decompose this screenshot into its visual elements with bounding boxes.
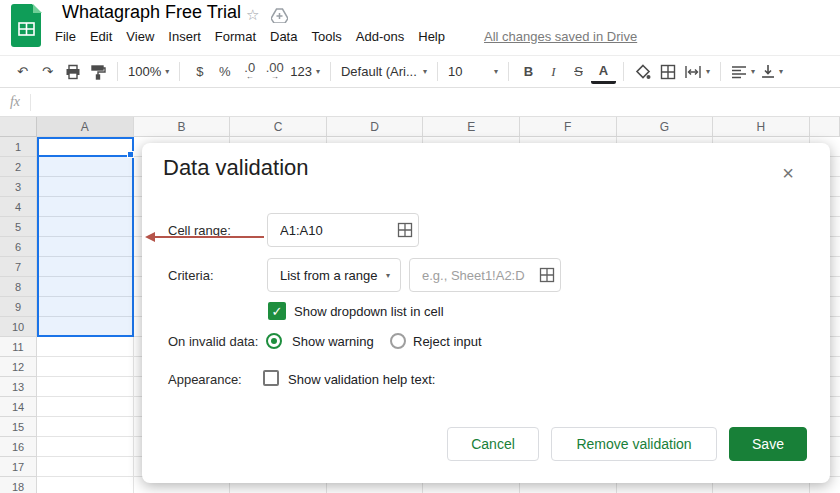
row-header-2[interactable]: 2 [0, 157, 37, 177]
row-header-5[interactable]: 5 [0, 217, 37, 237]
zoom-select[interactable]: 100% ▾ [125, 60, 172, 84]
menu-item-data[interactable]: Data [268, 28, 299, 45]
column-header-a[interactable]: A [37, 117, 134, 137]
bold-button[interactable]: B [516, 60, 541, 84]
dialog-title: Data validation [163, 155, 309, 181]
menu-item-view[interactable]: View [124, 28, 156, 45]
menu-item-format[interactable]: Format [213, 28, 258, 45]
menu-item-help[interactable]: Help [416, 28, 447, 45]
appearance-label: Appearance: [168, 372, 242, 387]
reject-input-label: Reject input [413, 334, 482, 349]
italic-button[interactable]: I [541, 60, 566, 84]
row-header-15[interactable]: 15 [0, 417, 37, 437]
row-header-13[interactable]: 13 [0, 377, 37, 397]
toolbar: ↶ ↷ 100% ▾ $ % .0 ← .00 → [0, 55, 840, 88]
format-percent-button[interactable]: % [212, 60, 237, 84]
criteria-label: Criteria: [168, 268, 214, 283]
criteria-dropdown[interactable]: List from a range ▾ [267, 258, 401, 292]
more-formats-button[interactable]: 123 ▾ [287, 60, 323, 84]
close-icon[interactable]: × [776, 161, 800, 185]
active-cell-a1 [37, 137, 134, 157]
cancel-button[interactable]: Cancel [447, 427, 539, 461]
menu-item-edit[interactable]: Edit [88, 28, 114, 45]
document-title[interactable]: Whatagraph Free Trial [62, 2, 241, 23]
chevron-down-icon: ▾ [316, 67, 320, 76]
column-header-b[interactable]: B [134, 117, 231, 137]
saved-status-link[interactable]: All changes saved in Drive [484, 29, 637, 44]
paint-format-icon[interactable] [85, 60, 110, 84]
redo-icon[interactable]: ↷ [35, 60, 60, 84]
format-currency-button[interactable]: $ [187, 60, 212, 84]
menu-item-file[interactable]: File [53, 28, 78, 45]
row-header-7[interactable]: 7 [0, 257, 37, 277]
row-header-17[interactable]: 17 [0, 457, 37, 477]
fx-icon: fx [0, 94, 30, 110]
row-header-11[interactable]: 11 [0, 337, 37, 357]
row-header-16[interactable]: 16 [0, 437, 37, 457]
decrease-decimal-label: .0 [244, 63, 255, 72]
select-data-range-icon[interactable] [539, 267, 555, 283]
column-header-g[interactable]: G [617, 117, 714, 137]
selection-range-a1-a10 [37, 137, 134, 337]
menu-item-insert[interactable]: Insert [166, 28, 203, 45]
chevron-down-icon: ▾ [779, 67, 783, 76]
select-all-corner[interactable] [0, 117, 37, 137]
undo-icon[interactable]: ↶ [10, 60, 35, 84]
show-help-text-checkbox[interactable] [263, 370, 279, 386]
horizontal-align-button[interactable]: ▾ [728, 60, 758, 84]
increase-decimal-button[interactable]: .00 → [262, 60, 287, 84]
show-dropdown-checkbox[interactable]: ✓ [268, 302, 286, 320]
zoom-value: 100% [128, 64, 161, 79]
column-header-e[interactable]: E [423, 117, 520, 137]
select-data-range-icon[interactable] [397, 222, 413, 238]
column-header-d[interactable]: D [327, 117, 424, 137]
text-color-button[interactable]: A [591, 60, 616, 84]
chevron-down-icon: ▾ [494, 67, 498, 76]
sheets-logo-icon[interactable] [10, 3, 42, 52]
remove-validation-button[interactable]: Remove validation [551, 427, 717, 461]
row-header-9[interactable]: 9 [0, 297, 37, 317]
save-button[interactable]: Save [729, 427, 807, 461]
show-help-text-label: Show validation help text: [288, 372, 435, 387]
row-header-1[interactable]: 1 [0, 137, 37, 157]
row-header-6[interactable]: 6 [0, 237, 37, 257]
document-header: Whatagraph Free Trial ☆ FileEditViewInse… [0, 0, 840, 55]
show-warning-radio[interactable] [266, 333, 282, 349]
borders-icon[interactable] [656, 60, 681, 84]
menu-item-add-ons[interactable]: Add-ons [354, 28, 406, 45]
row-header-8[interactable]: 8 [0, 277, 37, 297]
column-headers: ABCDEFGH [37, 117, 840, 137]
row-header-3[interactable]: 3 [0, 177, 37, 197]
add-to-drive-icon[interactable] [271, 8, 288, 27]
fill-handle[interactable] [127, 151, 134, 158]
more-formats-label: 123 [290, 64, 312, 79]
menu-bar: FileEditViewInsertFormatDataToolsAdd-ons… [53, 28, 447, 45]
row-header-12[interactable]: 12 [0, 357, 37, 377]
vertical-align-button[interactable]: ▾ [758, 60, 786, 84]
font-family-select[interactable]: Default (Ari... ▾ [338, 60, 430, 84]
annotation-arrow [154, 236, 264, 238]
row-header-18[interactable]: 18 [0, 477, 37, 493]
row-header-14[interactable]: 14 [0, 397, 37, 417]
formula-bar: fx [0, 88, 840, 117]
merge-cells-button[interactable]: ▾ [681, 60, 713, 84]
column-header-c[interactable]: C [230, 117, 327, 137]
star-icon[interactable]: ☆ [246, 6, 259, 24]
column-header-f[interactable]: F [520, 117, 617, 137]
font-family-value: Default (Ari... [341, 64, 417, 79]
column-header-partial[interactable] [810, 117, 840, 137]
toolbar-separator [508, 62, 509, 81]
row-header-10[interactable]: 10 [0, 317, 37, 337]
left-arrow-icon: ← [246, 72, 254, 81]
row-header-4[interactable]: 4 [0, 197, 37, 217]
reject-input-radio[interactable] [390, 333, 406, 349]
strikethrough-button[interactable]: S [566, 60, 591, 84]
data-validation-dialog: Data validation × Cell range: Criteria: … [142, 143, 830, 483]
formula-input[interactable] [31, 88, 840, 116]
print-icon[interactable] [60, 60, 85, 84]
fill-color-icon[interactable] [631, 60, 656, 84]
menu-item-tools[interactable]: Tools [309, 28, 343, 45]
column-header-h[interactable]: H [713, 117, 810, 137]
font-size-select[interactable]: 10 ▾ [445, 60, 501, 84]
decrease-decimal-button[interactable]: .0 ← [237, 60, 262, 84]
